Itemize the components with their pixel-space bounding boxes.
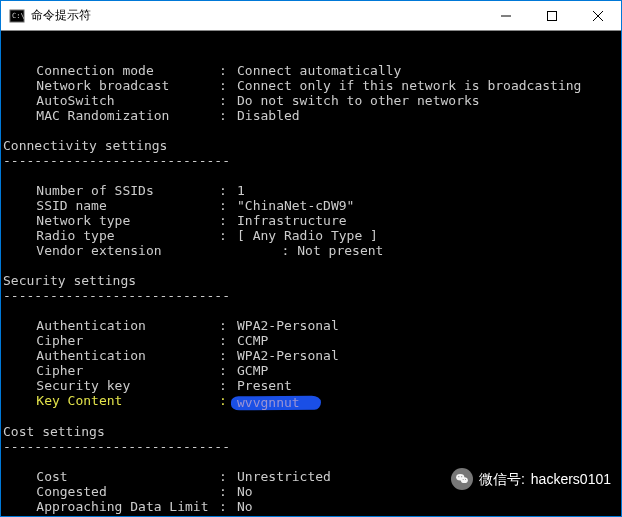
blank-line [1,454,621,469]
field-value: "ChinaNet-cDW9" [237,198,621,213]
blank-line [1,168,621,183]
output-row: Security key: Present [1,378,621,393]
watermark-prefix: 微信号: [479,472,525,487]
output-row: Network broadcast: Connect only if this … [1,78,621,93]
maximize-button[interactable] [529,1,575,30]
cmd-icon: C:\ [9,8,25,24]
svg-point-9 [461,476,462,477]
field-value: : Not present [219,243,621,258]
watermark: 微信号: hackers0101 [451,468,611,490]
minimize-button[interactable] [483,1,529,30]
field-value: CCMP [237,333,621,348]
field-label: Radio type [1,228,219,243]
svg-point-7 [461,477,468,483]
output-row: Cipher: GCMP [1,363,621,378]
output-row: AutoSwitch: Do not switch to other netwo… [1,93,621,108]
field-value: wvvgnnut [237,393,621,409]
output-row: Vendor extension : Not present [1,243,621,258]
svg-point-10 [463,479,464,480]
cmd-window: C:\ 命令提示符 Connection mode: Connect autom… [1,1,621,516]
section-header: Security settings [1,273,621,288]
field-label: Cost [1,469,219,484]
field-sep: : [219,108,237,123]
redacted-value: wvvgnnut [237,395,315,409]
blank-line [1,303,621,318]
field-sep: : [219,78,237,93]
field-sep: : [219,228,237,243]
field-label: Security key [1,378,219,393]
section-header: Connectivity settings [1,138,621,153]
titlebar[interactable]: C:\ 命令提示符 [1,1,621,31]
field-sep: : [219,514,237,517]
field-value: Disabled [237,108,621,123]
field-sep: : [219,333,237,348]
svg-point-8 [458,476,459,477]
field-label: SSID name [1,198,219,213]
window-title: 命令提示符 [31,7,483,24]
field-label: Cipher [1,363,219,378]
field-sep: : [219,469,237,484]
field-label: Network type [1,213,219,228]
output-row: Authentication: WPA2-Personal [1,348,621,363]
field-label: Over Data Limit [1,514,219,517]
field-sep: : [219,183,237,198]
field-sep: : [219,318,237,333]
field-label: AutoSwitch [1,93,219,108]
field-sep: : [219,63,237,78]
field-value: WPA2-Personal [237,348,621,363]
field-sep: : [219,93,237,108]
field-label: MAC Randomization [1,108,219,123]
field-value: GCMP [237,363,621,378]
field-sep: : [219,198,237,213]
output-row: Radio type: [ Any Radio Type ] [1,228,621,243]
field-label: Number of SSIDs [1,183,219,198]
field-sep: : [219,348,237,363]
field-sep: : [219,378,237,393]
field-value: No [237,499,621,514]
output-row: MAC Randomization: Disabled [1,108,621,123]
window-controls [483,1,621,30]
output-row: Number of SSIDs: 1 [1,183,621,198]
field-value: WPA2-Personal [237,318,621,333]
field-label: Authentication [1,348,219,363]
output-row: Authentication: WPA2-Personal [1,318,621,333]
field-label: Connection mode [1,63,219,78]
field-sep: : [219,213,237,228]
output-row: Key Content: wvvgnnut [1,393,621,409]
output-row: Approaching Data Limit: No [1,499,621,514]
blank-line [1,258,621,273]
terminal-output[interactable]: Connection mode: Connect automatically N… [1,31,621,516]
field-value: Infrastructure [237,213,621,228]
field-value: [ Any Radio Type ] [237,228,621,243]
section-divider: ----------------------------- [1,153,621,168]
field-value: Do not switch to other networks [237,93,621,108]
svg-rect-3 [548,11,557,20]
blank-line [1,123,621,138]
field-label: Cipher [1,333,219,348]
field-label: Key Content [1,393,219,409]
output-row: Network type: Infrastructure [1,213,621,228]
field-label: Approaching Data Limit [1,499,219,514]
section-divider: ----------------------------- [1,288,621,303]
field-sep: : [219,363,237,378]
field-sep: : [219,484,237,499]
watermark-handle: hackers0101 [531,472,611,487]
field-value: 1 [237,183,621,198]
svg-text:C:\: C:\ [12,12,25,20]
wechat-icon [451,468,473,490]
output-row: Cipher: CCMP [1,333,621,348]
close-button[interactable] [575,1,621,30]
field-value: No [237,514,621,517]
output-row: Connection mode: Connect automatically [1,63,621,78]
field-value: Connect automatically [237,63,621,78]
svg-point-11 [465,479,466,480]
field-label: Vendor extension [1,243,219,258]
field-label: Network broadcast [1,78,219,93]
field-label: Authentication [1,318,219,333]
field-sep: : [219,499,237,514]
field-value: Connect only if this network is broadcas… [237,78,621,93]
blank-line [1,409,621,424]
section-header: Cost settings [1,424,621,439]
field-value: Present [237,378,621,393]
output-row: SSID name: "ChinaNet-cDW9" [1,198,621,213]
